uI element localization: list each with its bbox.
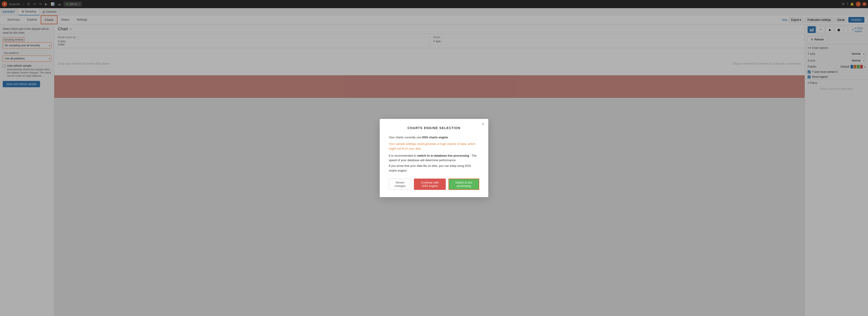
modal-close-button[interactable]: ✕ xyxy=(481,122,485,127)
modal-recommendation-text: It is recommended to switch to in-databa… xyxy=(389,154,479,163)
charts-engine-modal: ✕ CHARTS ENGINE SELECTION Your charts cu… xyxy=(380,119,488,197)
modal-warning-text: Your sample settings could generate a hu… xyxy=(389,142,479,151)
modal-overlay: ✕ CHARTS ENGINE SELECTION Your charts cu… xyxy=(0,0,868,316)
modal-engine-bold: DSS charts engine xyxy=(422,136,448,139)
continue-dss-button[interactable]: Continue with DSS engine xyxy=(414,179,445,190)
modal-footer: Revert changes Continue with DSS engine … xyxy=(389,179,479,190)
switch-live-button[interactable]: Switch to live processing xyxy=(448,179,479,190)
modal-title: CHARTS ENGINE SELECTION xyxy=(389,126,479,130)
modal-rec-bold: switch to in-database live processing xyxy=(417,154,469,157)
modal-body: Your charts currently use DSS charts eng… xyxy=(389,135,479,173)
revert-changes-button[interactable]: Revert changes xyxy=(389,179,411,190)
modal-fallback-text: If you know that your data fits on disk,… xyxy=(389,164,479,173)
modal-current-engine-text: Your charts currently use DSS charts eng… xyxy=(389,135,479,140)
